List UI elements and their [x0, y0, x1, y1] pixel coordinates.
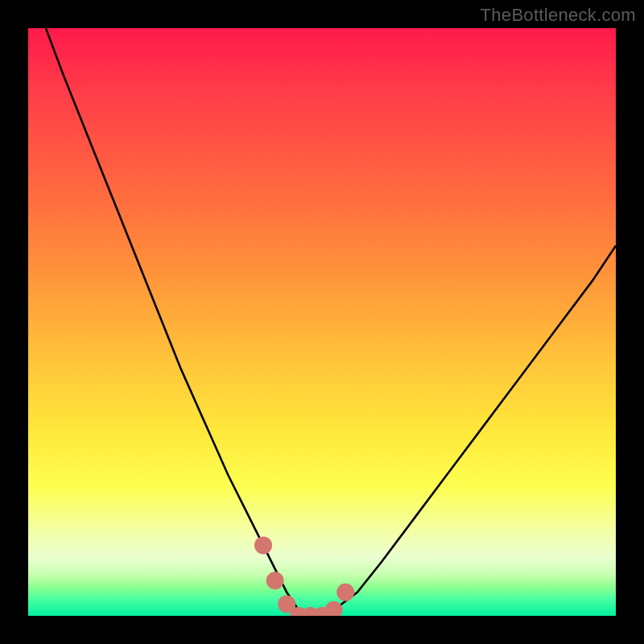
curve-layer — [28, 28, 616, 616]
chart-frame: TheBottleneck.com — [0, 0, 644, 644]
optimal-marker — [266, 572, 284, 589]
optimal-marker — [325, 601, 343, 616]
curve-path — [46, 28, 616, 616]
optimal-marker — [254, 536, 272, 554]
plot-area — [28, 28, 616, 616]
optimal-marker — [336, 584, 354, 601]
optimal-range-markers — [254, 536, 354, 616]
watermark-text: TheBottleneck.com — [481, 5, 636, 26]
bottleneck-curve — [46, 28, 616, 616]
